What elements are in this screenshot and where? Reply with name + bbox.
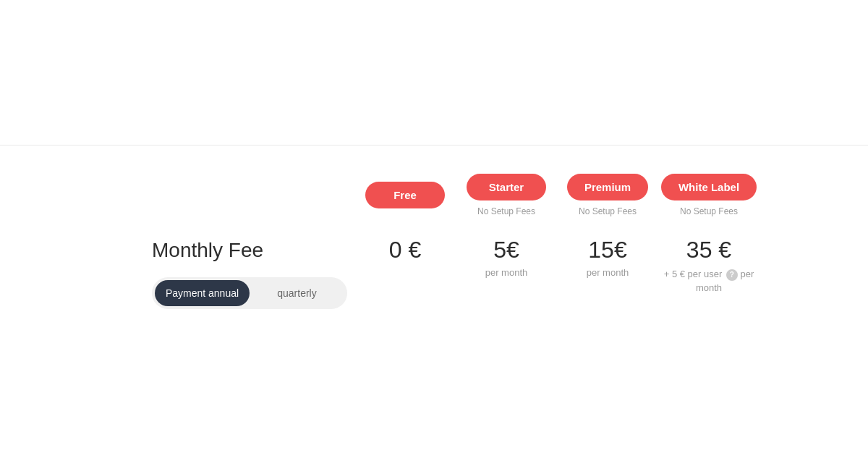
plan-badge-free[interactable]: Free (365, 182, 445, 208)
price-amount-premium: 15€ (588, 238, 626, 261)
plan-badge-premium[interactable]: Premium (567, 174, 648, 200)
plan-badge-white-label[interactable]: White Label (661, 174, 757, 200)
price-period-starter: per month (485, 267, 528, 278)
pricing-table: Free Starter No Setup Fees Premium No Se… (109, 174, 760, 309)
plan-col-free: Free (354, 182, 456, 208)
plan-col-starter: Starter No Setup Fees (456, 174, 557, 216)
starter-setup-fees: No Setup Fees (477, 206, 535, 216)
plan-badge-starter[interactable]: Starter (467, 174, 546, 200)
toggle-quarterly[interactable]: quarterly (250, 280, 344, 306)
price-col-premium: 15€ per month (557, 238, 658, 278)
price-col-white-label: 35 € + 5 € per user ? per month (658, 238, 760, 294)
premium-setup-fees: No Setup Fees (579, 206, 637, 216)
monthly-fee-label-col: Monthly Fee Payment annual quarterly (152, 238, 354, 309)
payment-toggle[interactable]: Payment annual quarterly (152, 277, 347, 309)
price-amount-white-label: 35 € (686, 238, 731, 261)
toggle-annual[interactable]: Payment annual (155, 280, 250, 306)
price-amount-free: 0 € (389, 238, 421, 261)
addon-text: + 5 € per user (664, 269, 723, 279)
white-label-addon-container: + 5 € per user ? per month (658, 267, 760, 294)
plan-col-white-label: White Label No Setup Fees (658, 174, 760, 216)
pricing-section: Free Starter No Setup Fees Premium No Se… (0, 152, 868, 331)
plans-header-row: Free Starter No Setup Fees Premium No Se… (152, 174, 760, 216)
price-addon-white-label: + 5 € per user ? (664, 269, 741, 279)
white-label-setup-fees: No Setup Fees (680, 206, 738, 216)
question-icon[interactable]: ? (726, 269, 738, 281)
price-amount-starter: 5€ (493, 238, 519, 261)
section-divider (0, 145, 868, 145)
monthly-fee-title: Monthly Fee (152, 238, 354, 263)
plan-col-premium: Premium No Setup Fees (557, 174, 658, 216)
price-col-starter: 5€ per month (456, 238, 557, 278)
monthly-fee-row: Monthly Fee Payment annual quarterly 0 €… (152, 238, 760, 309)
price-period-premium: per month (587, 267, 629, 278)
price-col-free: 0 € (354, 238, 456, 261)
